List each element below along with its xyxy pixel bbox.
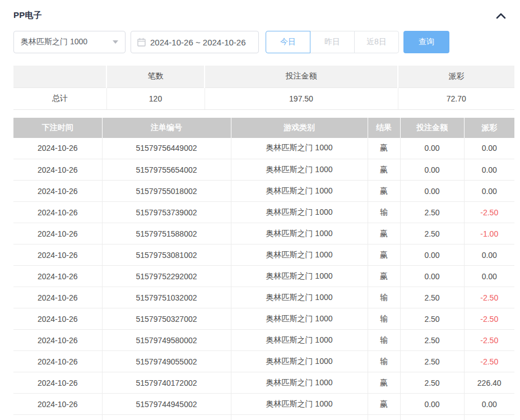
bet-date-cell xyxy=(13,415,102,420)
payout-cell: -2.50 xyxy=(464,308,514,330)
result-cell: 赢 xyxy=(368,372,400,394)
page-title: PP电子 xyxy=(13,10,42,21)
summary-header-bet-amount: 投注金额 xyxy=(205,66,398,87)
table-row: 2024-10-2651579756449002奥林匹斯之门 1000赢0.00… xyxy=(13,138,514,159)
order-id-cell: 51579751588002 xyxy=(102,223,231,244)
game-name-cell: 奥林匹斯之门 1000 xyxy=(231,351,368,372)
order-id-cell: 51579752292002 xyxy=(102,266,231,287)
game-name-cell: 奥林匹斯之门 1000 xyxy=(231,138,368,159)
table-row: 2024-10-2651579751032002奥林匹斯之门 1000输2.50… xyxy=(13,287,514,308)
records-table: 下注时间 注单编号 游戏类别 结果 投注金额 派彩 2024-10-265157… xyxy=(13,118,514,420)
table-row: 2024-10-2651579749580002奥林匹斯之门 1000输2.50… xyxy=(13,330,514,351)
bet-amount-cell: 2.50 xyxy=(400,202,464,223)
date-range-picker[interactable]: 2024-10-26 ~ 2024-10-26 xyxy=(131,31,259,53)
bet-amount-cell: 0.00 xyxy=(400,159,464,181)
summary-total-count: 120 xyxy=(106,87,205,109)
order-id-cell xyxy=(102,415,231,420)
order-id-cell: 51579750327002 xyxy=(102,308,231,330)
bet-date-cell: 2024-10-26 xyxy=(13,287,102,308)
result-cell: 赢 xyxy=(368,266,400,287)
bet-amount-cell: 0.00 xyxy=(400,266,464,287)
payout-cell: 0.00 xyxy=(464,138,514,159)
collapse-panel-button[interactable] xyxy=(495,12,507,20)
game-name-cell: 奥林匹斯之门 1000 xyxy=(231,394,368,415)
bet-amount-cell: 0.00 xyxy=(400,394,464,415)
payout-cell: 226.40 xyxy=(464,372,514,394)
order-id-cell: 51579744945002 xyxy=(102,394,231,415)
game-name-cell: 奥林匹斯之门 1000 xyxy=(231,223,368,244)
order-id-cell: 51579751032002 xyxy=(102,287,231,308)
payout-cell: -2.50 xyxy=(464,351,514,372)
table-row: 2024-10-2651579750327002奥林匹斯之门 1000输2.50… xyxy=(13,308,514,330)
date-range-value: 2024-10-26 ~ 2024-10-26 xyxy=(150,38,246,47)
game-name-cell xyxy=(231,415,368,420)
summary-header-empty xyxy=(13,66,106,87)
query-button[interactable]: 查询 xyxy=(403,31,449,53)
result-cell: 赢 xyxy=(368,181,400,202)
game-select[interactable]: 奥林匹斯之门 1000 xyxy=(13,31,126,53)
result-cell: 赢 xyxy=(368,138,400,159)
range-today-button[interactable]: 今日 xyxy=(266,31,310,53)
result-cell xyxy=(368,415,400,420)
table-row: 2024-10-2651579744945002奥林匹斯之门 1000赢0.00… xyxy=(13,394,514,415)
bet-date-cell: 2024-10-26 xyxy=(13,372,102,394)
summary-total-label: 总计 xyxy=(13,87,106,109)
order-id-cell: 51579749055002 xyxy=(102,351,231,372)
summary-header-row: 笔数 投注金额 派彩 xyxy=(13,66,514,87)
table-row: 2024-10-2651579753081002奥林匹斯之门 1000赢0.00… xyxy=(13,244,514,266)
game-name-cell: 奥林匹斯之门 1000 xyxy=(231,244,368,266)
records-header-result: 结果 xyxy=(368,118,400,138)
summary-total-row: 总计 120 197.50 72.70 xyxy=(13,87,514,109)
bet-amount-cell: 2.50 xyxy=(400,330,464,351)
pp-games-panel: PP电子 奥林匹斯之门 1000 2024-10-26 ~ 2024-10-26… xyxy=(0,0,520,420)
game-select-value: 奥林匹斯之门 1000 xyxy=(21,37,87,47)
bet-amount-cell: 2.50 xyxy=(400,287,464,308)
payout-cell: 0.00 xyxy=(464,394,514,415)
bet-amount-cell: 2.50 xyxy=(400,372,464,394)
bet-date-cell: 2024-10-26 xyxy=(13,244,102,266)
order-id-cell: 51579755654002 xyxy=(102,159,231,181)
panel-header: PP电子 xyxy=(0,0,520,21)
records-header-game-type: 游戏类别 xyxy=(231,118,368,138)
records-header-bet-time: 下注时间 xyxy=(13,118,102,138)
game-name-cell: 奥林匹斯之门 1000 xyxy=(231,308,368,330)
quick-range-group: 今日 昨日 近8日 xyxy=(266,31,399,53)
records-header-row: 下注时间 注单编号 游戏类别 结果 投注金额 派彩 xyxy=(13,118,514,138)
game-name-cell: 奥林匹斯之门 1000 xyxy=(231,372,368,394)
result-cell: 输 xyxy=(368,330,400,351)
bet-date-cell: 2024-10-26 xyxy=(13,330,102,351)
summary-table: 笔数 投注金额 派彩 总计 120 197.50 72.70 xyxy=(13,66,514,110)
game-name-cell: 奥林匹斯之门 1000 xyxy=(231,181,368,202)
records-tbody: 2024-10-2651579756449002奥林匹斯之门 1000赢0.00… xyxy=(13,138,514,420)
bet-date-cell: 2024-10-26 xyxy=(13,138,102,159)
range-yesterday-button[interactable]: 昨日 xyxy=(310,31,355,53)
result-cell: 赢 xyxy=(368,223,400,244)
chevron-down-icon xyxy=(113,40,118,44)
game-name-cell: 奥林匹斯之门 1000 xyxy=(231,330,368,351)
payout-cell: -2.50 xyxy=(464,287,514,308)
range-last8days-button[interactable]: 近8日 xyxy=(354,31,399,53)
filter-bar: 奥林匹斯之门 1000 2024-10-26 ~ 2024-10-26 今日 昨… xyxy=(13,31,507,53)
bet-amount-cell: 0.00 xyxy=(400,138,464,159)
summary-total-payout: 72.70 xyxy=(398,87,514,109)
game-name-cell: 奥林匹斯之门 1000 xyxy=(231,266,368,287)
payout-cell: -1.00 xyxy=(464,223,514,244)
result-cell: 赢 xyxy=(368,159,400,181)
game-name-cell: 奥林匹斯之门 1000 xyxy=(231,287,368,308)
calendar-icon xyxy=(137,38,146,47)
payout-cell: 0.00 xyxy=(464,266,514,287)
bet-date-cell: 2024-10-26 xyxy=(13,223,102,244)
table-row: 2024-10-2651579751588002奥林匹斯之门 1000赢2.50… xyxy=(13,223,514,244)
bet-amount-cell: 0.00 xyxy=(400,244,464,266)
order-id-cell: 51579753739002 xyxy=(102,202,231,223)
bet-amount-cell: 0.00 xyxy=(400,181,464,202)
chevron-up-icon xyxy=(496,12,506,19)
order-id-cell: 51579756449002 xyxy=(102,138,231,159)
game-name-cell: 奥林匹斯之门 1000 xyxy=(231,159,368,181)
bet-date-cell: 2024-10-26 xyxy=(13,159,102,181)
table-row: 2024-10-2651579755018002奥林匹斯之门 1000赢0.00… xyxy=(13,181,514,202)
order-id-cell: 51579753081002 xyxy=(102,244,231,266)
payout-cell xyxy=(464,415,514,420)
bet-date-cell: 2024-10-26 xyxy=(13,351,102,372)
result-cell: 赢 xyxy=(368,244,400,266)
